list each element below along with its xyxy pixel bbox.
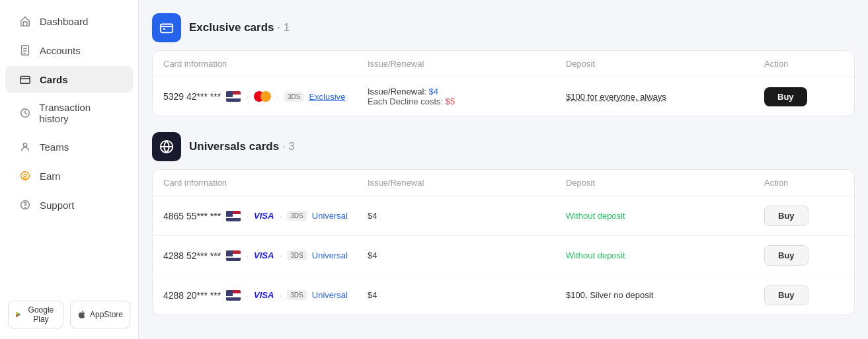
universal-card-number-3: 4288 20*** *** xyxy=(163,290,221,301)
universal-issue-amount-1: $4 xyxy=(368,211,377,221)
visa-icon-1: VISA xyxy=(254,211,274,221)
google-play-button[interactable]: Google Play xyxy=(8,301,63,328)
sidebar-item-earn[interactable]: Earn xyxy=(5,163,133,189)
universal-table-row-2: 4288 52*** *** · VISA · 3DS Universal $4… xyxy=(153,236,854,276)
universal-issue-cell-1: $4 xyxy=(368,211,566,221)
universal-section-header: Universals cards · 3 xyxy=(152,132,855,161)
us-flag-icon-2 xyxy=(226,250,241,261)
exclusive-deposit-cell: $100 for everyone, always xyxy=(566,92,764,102)
exclusive-table-row: 5329 42*** *** · · 3DS Exclusive Issue/R… xyxy=(153,77,854,116)
exclusive-section-icon xyxy=(152,13,181,42)
universal-card-label-1[interactable]: Universal xyxy=(312,211,348,221)
exclusive-issue-label: Issue/Renewal: xyxy=(368,87,426,96)
sidebar-item-support-label: Support xyxy=(40,200,75,211)
svg-rect-1 xyxy=(20,77,30,84)
universal-issue-amount-3: $4 xyxy=(368,290,377,300)
app-store-button[interactable]: AppStore xyxy=(70,301,130,328)
universal-buy-button-1[interactable]: Buy xyxy=(764,206,809,226)
house-icon xyxy=(19,15,32,28)
sidebar: Dashboard Accounts Cards Transaction his… xyxy=(0,0,139,339)
us-flag-icon xyxy=(226,91,241,102)
universal-col-card-info: Card information xyxy=(163,178,368,188)
universal-card-info-2: 4288 52*** *** · VISA · 3DS Universal xyxy=(163,250,368,261)
exclusive-threeds-badge: 3DS xyxy=(284,92,303,102)
exclusive-deposit-value: $100 for everyone, always xyxy=(566,92,666,102)
universal-issue-cell-2: $4 xyxy=(368,250,566,260)
universal-buy-button-3[interactable]: Buy xyxy=(764,285,809,305)
exclusive-card-info: 5329 42*** *** · · 3DS Exclusive xyxy=(163,91,368,102)
exclusive-issue-amount: $4 xyxy=(429,87,438,96)
svg-point-3 xyxy=(23,143,26,147)
store-buttons: Google Play AppStore xyxy=(0,290,138,339)
sidebar-item-teams-label: Teams xyxy=(40,141,69,153)
sidebar-item-teams[interactable]: Teams xyxy=(5,133,133,160)
universal-deposit-1: Without deposit xyxy=(566,211,625,221)
clock-icon xyxy=(19,106,31,120)
universal-issue-cell-3: $4 xyxy=(368,290,566,300)
google-play-label: Google Play xyxy=(26,305,56,324)
svg-rect-11 xyxy=(161,24,173,33)
universal-card-info-1: 4865 55*** *** · VISA · 3DS Universal xyxy=(163,211,368,221)
exclusive-col-card-info: Card information xyxy=(163,59,368,69)
exclusive-decline-cost: $5 xyxy=(446,96,455,106)
file-icon xyxy=(19,44,32,57)
visa-icon-3: VISA xyxy=(254,290,274,300)
universal-table-header: Card information Issue/Renewal Deposit A… xyxy=(153,170,854,196)
universal-deposit-cell-3: $100, Silver no deposit xyxy=(566,290,764,300)
sidebar-item-accounts-label: Accounts xyxy=(40,45,81,56)
exclusive-col-deposit: Deposit xyxy=(566,59,764,69)
us-flag-icon-3 xyxy=(226,290,241,301)
universal-col-deposit: Deposit xyxy=(566,178,764,188)
dollar-icon xyxy=(19,169,32,182)
google-play-icon xyxy=(15,310,22,319)
visa-icon-2: VISA xyxy=(254,250,274,260)
universal-action-cell-1: Buy xyxy=(764,206,844,226)
universal-issue-amount-2: $4 xyxy=(368,250,377,260)
universal-table-row-3: 4288 20*** *** · VISA · 3DS Universal $4… xyxy=(153,276,854,315)
question-icon xyxy=(19,198,32,211)
sidebar-item-cards-label: Cards xyxy=(40,74,68,85)
universal-threeds-badge-2: 3DS xyxy=(287,250,306,260)
svg-point-6 xyxy=(25,207,26,208)
universal-deposit-3: $100, Silver no deposit xyxy=(566,290,653,300)
universal-card-table: Card information Issue/Renewal Deposit A… xyxy=(152,169,855,315)
card-icon xyxy=(19,73,32,86)
exclusive-table-header: Card information Issue/Renewal Deposit A… xyxy=(153,51,854,77)
universal-section-icon xyxy=(152,132,181,161)
sidebar-item-cards[interactable]: Cards xyxy=(5,66,133,93)
mastercard-icon xyxy=(254,91,271,102)
universal-card-number-1: 4865 55*** *** xyxy=(163,211,221,221)
universal-section-title: Universals cards · 3 xyxy=(189,140,295,153)
app-store-label: AppStore xyxy=(90,310,123,319)
universal-table-row: 4865 55*** *** · VISA · 3DS Universal $4… xyxy=(153,196,854,236)
person-icon xyxy=(19,140,32,153)
universal-deposit-2: Without deposit xyxy=(566,250,625,260)
exclusive-buy-button[interactable]: Buy xyxy=(764,87,807,106)
universal-threeds-badge-1: 3DS xyxy=(287,211,306,221)
universal-action-cell-3: Buy xyxy=(764,285,844,305)
exclusive-col-issue: Issue/Renewal xyxy=(368,59,566,69)
exclusive-section-title: Exclusive cards · 1 xyxy=(189,21,290,34)
apple-icon xyxy=(77,310,86,319)
sidebar-item-support[interactable]: Support xyxy=(5,192,133,218)
universal-card-label-3[interactable]: Universal xyxy=(312,290,348,300)
universal-card-number-2: 4288 52*** *** xyxy=(163,250,221,261)
us-flag-icon-1 xyxy=(226,211,241,221)
universal-buy-button-2[interactable]: Buy xyxy=(764,245,809,266)
universal-action-cell-2: Buy xyxy=(764,245,844,266)
exclusive-issue-cell: Issue/Renewal: $4 Each Decline costs: $5 xyxy=(368,87,566,106)
exclusive-card-label[interactable]: Exclusive xyxy=(309,92,345,102)
universal-card-label-2[interactable]: Universal xyxy=(312,250,348,260)
universal-card-info-3: 4288 20*** *** · VISA · 3DS Universal xyxy=(163,290,368,301)
sidebar-item-accounts[interactable]: Accounts xyxy=(5,37,133,63)
universal-col-issue: Issue/Renewal xyxy=(368,178,566,188)
universal-deposit-cell-2: Without deposit xyxy=(566,250,764,260)
sidebar-item-earn-label: Earn xyxy=(40,170,61,182)
exclusive-section-header: Exclusive cards · 1 xyxy=(152,13,855,42)
sidebar-item-transaction-history[interactable]: Transaction history xyxy=(5,95,133,131)
universal-deposit-cell-1: Without deposit xyxy=(566,211,764,221)
main-content: Exclusive cards · 1 Card information Iss… xyxy=(139,0,868,339)
sidebar-item-dashboard[interactable]: Dashboard xyxy=(5,8,133,34)
sidebar-item-dashboard-label: Dashboard xyxy=(40,16,88,27)
universal-col-action: Action xyxy=(764,178,844,188)
